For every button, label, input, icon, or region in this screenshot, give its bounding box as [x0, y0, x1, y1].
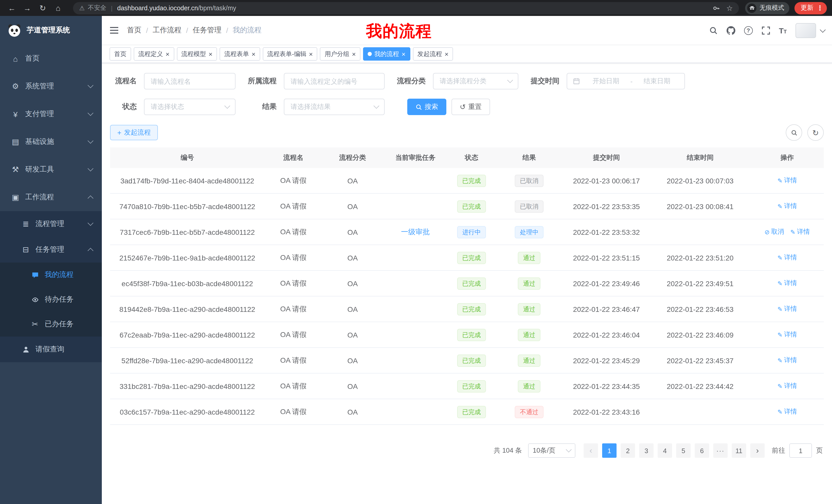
- tab-2[interactable]: 流程模型×: [177, 47, 217, 61]
- key-icon[interactable]: [713, 4, 720, 11]
- process-name-input[interactable]: [144, 73, 235, 89]
- submit-time-range[interactable]: 开始日期-结束日期: [567, 73, 685, 89]
- detail-link[interactable]: ✎详情: [778, 408, 797, 416]
- tab-close-icon[interactable]: ×: [352, 51, 356, 57]
- address-bar[interactable]: ⚠ 不安全 | dashboard.yudao.iocoder.cn/bpm/t…: [73, 2, 739, 14]
- tab-close-icon[interactable]: ×: [401, 51, 406, 57]
- sidebar-item-workflow[interactable]: ▣工作流程: [0, 184, 102, 211]
- github-icon[interactable]: [726, 26, 735, 35]
- sidebar-item-label: 工作流程: [25, 193, 54, 202]
- page-button-3[interactable]: 3: [639, 443, 654, 458]
- sidebar-item-my-process[interactable]: 我的流程: [0, 262, 102, 287]
- tab-3[interactable]: 流程表单×: [219, 47, 260, 61]
- breadcrumb-item[interactable]: 首页: [127, 26, 141, 35]
- chevron-down-icon: [88, 82, 94, 88]
- detail-link[interactable]: ✎详情: [790, 228, 810, 236]
- detail-link[interactable]: ✎详情: [778, 382, 797, 391]
- status-cell: 已完成: [448, 322, 495, 347]
- end-date-input[interactable]: 结束日期: [633, 77, 680, 86]
- detail-link[interactable]: ✎详情: [778, 176, 797, 185]
- submit-time-cell: 2022-01-22 23:53:35: [563, 193, 649, 219]
- hamburger-icon[interactable]: [109, 25, 119, 35]
- reload-button[interactable]: ↻: [36, 1, 49, 15]
- sidebar-item-infrastructure[interactable]: ▤基础设施: [0, 128, 102, 156]
- main-area: 首页/工作流程/任务管理/我的流程 ? TT 首页流程定义×流程模型×流程表单×…: [102, 16, 832, 504]
- toggle-search-button[interactable]: [786, 124, 802, 141]
- page-button-1[interactable]: 1: [602, 443, 617, 458]
- detail-link[interactable]: ✎详情: [778, 305, 797, 314]
- tab-close-icon[interactable]: ×: [445, 51, 448, 57]
- page-button-11[interactable]: 11: [732, 443, 746, 458]
- detail-link[interactable]: ✎详情: [778, 202, 797, 211]
- filter-label: 所属流程: [246, 77, 277, 86]
- update-button[interactable]: 更新 ⋮: [795, 2, 827, 14]
- column-header-5: 结果: [495, 147, 563, 168]
- breadcrumb-item[interactable]: 工作流程: [153, 26, 182, 35]
- tab-close-icon[interactable]: ×: [165, 51, 170, 57]
- tab-close-icon[interactable]: ×: [252, 51, 255, 57]
- sidebar-item-payment-mgmt[interactable]: ¥支付管理: [0, 100, 102, 128]
- process-category-select[interactable]: 请选择流程分类: [433, 73, 518, 89]
- status-badge: 已完成: [457, 303, 486, 315]
- refresh-button[interactable]: ↻: [807, 124, 824, 141]
- sidebar-item-dev-tools[interactable]: ⚒研发工具: [0, 156, 102, 184]
- browser-menu-dots-icon[interactable]: ⋮: [816, 4, 823, 12]
- tab-label: 用户分组: [325, 50, 349, 58]
- detail-link[interactable]: ✎详情: [778, 356, 797, 365]
- sidebar-item-done-tasks[interactable]: ✂已办任务: [0, 312, 102, 337]
- forward-button[interactable]: →: [21, 1, 34, 15]
- back-button[interactable]: ←: [5, 1, 19, 15]
- result-select[interactable]: 请选择流结果: [284, 99, 385, 115]
- current-task-link[interactable]: 一级审批: [401, 227, 430, 235]
- sidebar-item-task-mgmt[interactable]: ⊟任务管理: [0, 237, 102, 262]
- search-button[interactable]: 搜索: [407, 99, 446, 115]
- tab-4[interactable]: 流程表单-编辑×: [263, 47, 317, 61]
- page-button-5[interactable]: 5: [676, 443, 691, 458]
- create-process-button[interactable]: + 发起流程: [110, 125, 158, 140]
- app-logo[interactable]: 芋道管理系统: [0, 16, 102, 45]
- pagination: 共 104 条10条/页‹123456···11›前往页: [110, 443, 823, 478]
- tab-1[interactable]: 流程定义×: [134, 47, 174, 61]
- detail-link[interactable]: ✎详情: [778, 331, 797, 339]
- sidebar-item-system-mgmt[interactable]: ⚙系统管理: [0, 73, 102, 100]
- tab-0[interactable]: 首页: [109, 47, 131, 61]
- help-icon[interactable]: ?: [744, 26, 753, 35]
- chevron-down-icon[interactable]: [820, 27, 826, 33]
- end-time-cell: 2022-01-22 23:46:53: [650, 296, 751, 322]
- tab-6[interactable]: 我的流程×: [363, 47, 410, 61]
- table-row: ec45f38f-7b9a-11ec-b03b-acde48001122OA 请…: [110, 271, 824, 296]
- tab-7[interactable]: 发起流程×: [413, 47, 453, 61]
- page-button-4[interactable]: 4: [658, 443, 672, 458]
- tab-close-icon[interactable]: ×: [209, 51, 212, 57]
- tab-close-icon[interactable]: ×: [309, 51, 313, 57]
- detail-link[interactable]: ✎详情: [778, 254, 797, 262]
- reset-button[interactable]: ↺重置: [451, 99, 490, 115]
- next-page-button[interactable]: ›: [750, 443, 765, 458]
- page-size-select[interactable]: 10条/页: [528, 443, 575, 458]
- breadcrumb-item[interactable]: 任务管理: [193, 26, 222, 35]
- tab-5[interactable]: 用户分组×: [320, 47, 361, 61]
- more-pages-button[interactable]: ···: [713, 443, 728, 458]
- submit-time-cell: 2022-01-23 00:06:17: [563, 168, 649, 193]
- sidebar-item-process-mgmt[interactable]: ≣流程管理: [0, 211, 102, 237]
- page-button-6[interactable]: 6: [695, 443, 709, 458]
- status-select[interactable]: 请选择状态: [144, 99, 235, 115]
- page-button-2[interactable]: 2: [621, 443, 635, 458]
- avatar[interactable]: [796, 23, 816, 38]
- sidebar-item-leave-query[interactable]: 请假查询: [0, 337, 102, 362]
- sidebar-item-home[interactable]: ⌂首页: [0, 45, 102, 73]
- result-badge: 已取消: [515, 174, 544, 187]
- start-date-input[interactable]: 开始日期: [582, 77, 629, 86]
- fullscreen-icon[interactable]: [761, 26, 770, 35]
- process-definition-input[interactable]: [284, 73, 385, 89]
- detail-link[interactable]: ✎详情: [778, 279, 797, 288]
- home-button[interactable]: ⌂: [51, 1, 65, 15]
- search-icon[interactable]: [709, 26, 718, 35]
- current-task-cell: [383, 347, 448, 373]
- prev-page-button[interactable]: ‹: [583, 443, 598, 458]
- sidebar-item-todo-tasks[interactable]: 待办任务: [0, 287, 102, 312]
- font-size-icon[interactable]: TT: [779, 26, 787, 34]
- goto-page-input[interactable]: [789, 443, 812, 458]
- bookmark-star-icon[interactable]: ☆: [726, 4, 733, 11]
- cancel-link[interactable]: ⊘取消: [765, 228, 784, 236]
